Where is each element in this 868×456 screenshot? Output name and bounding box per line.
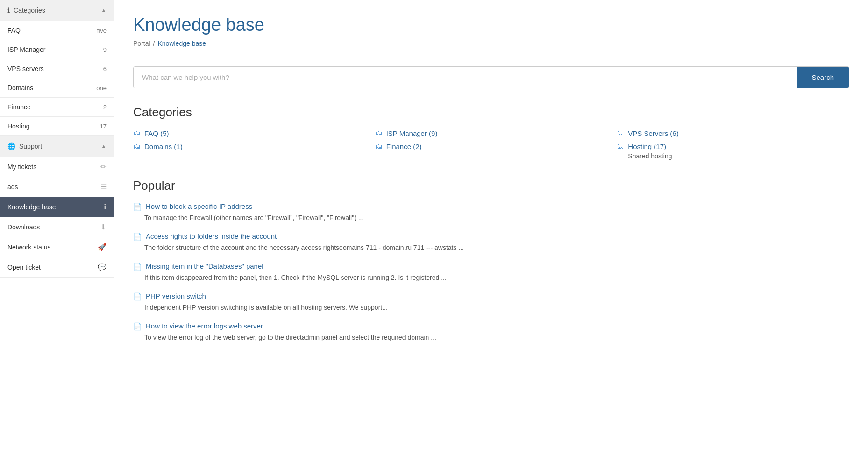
network-status-label: Network status — [7, 243, 51, 251]
sidebar-isp-label: ISP Manager — [7, 46, 45, 53]
sidebar-faq-label: FAQ — [7, 27, 21, 34]
ads-label: ads — [7, 183, 18, 191]
breadcrumb-current: Knowledge base — [157, 40, 206, 47]
article-doc-icon-4: 📄 — [133, 322, 142, 331]
sidebar-hosting-badge: 17 — [100, 123, 107, 130]
article-title-access-rights: Access rights to folders inside the acco… — [146, 232, 277, 240]
sidebar-item-ads[interactable]: ads ☰ — [0, 177, 114, 197]
article-link-php-version[interactable]: 📄 PHP version switch — [133, 292, 849, 301]
breadcrumb-portal[interactable]: Portal — [133, 40, 150, 47]
category-vps-label: VPS Servers (6) — [628, 129, 678, 137]
article-doc-icon-3: 📄 — [133, 292, 142, 301]
sidebar-domains-label: Domains — [7, 84, 33, 92]
categories-heading: Categories — [133, 105, 849, 120]
article-excerpt-error-logs: To view the error log of the web server,… — [133, 333, 849, 342]
article-link-error-logs[interactable]: 📄 How to view the error logs web server — [133, 322, 849, 331]
sidebar-item-downloads[interactable]: Downloads ⬇ — [0, 217, 114, 237]
sidebar-finance-badge: 2 — [103, 104, 107, 111]
comment-icon: 💬 — [98, 263, 107, 271]
info-icon: ℹ — [7, 7, 10, 14]
support-section: 🌐 Support ▲ My tickets ✏ ads ☰ Knowl — [0, 136, 114, 278]
sidebar-isp-badge: 9 — [103, 46, 107, 53]
categories-section: ℹ Categories ▲ FAQ five ISP Manager 9 — [0, 0, 114, 136]
list-icon: ☰ — [100, 183, 107, 191]
open-ticket-label: Open ticket — [7, 264, 41, 271]
folder-icon-finance: 🗂 — [375, 142, 383, 150]
search-bar: Search — [133, 66, 849, 88]
sidebar-item-domains[interactable]: Domains one — [0, 78, 114, 98]
sidebar-item-open-ticket[interactable]: Open ticket 💬 — [0, 257, 114, 278]
categories-grid: 🗂 FAQ (5) 🗂 Domains (1) 🗂 ISP Manager (9… — [133, 129, 849, 160]
support-section-header[interactable]: 🌐 Support ▲ — [0, 136, 114, 157]
category-isp-label: ISP Manager (9) — [386, 129, 438, 137]
article-doc-icon-1: 📄 — [133, 233, 142, 241]
sidebar-finance-label: Finance — [7, 103, 31, 111]
category-hosting-link[interactable]: 🗂 Hosting (17) — [617, 142, 849, 150]
article-excerpt-access-rights: The folder structure of the account and … — [133, 243, 849, 253]
article-excerpt-missing-databases: If this item disappeared from the panel,… — [133, 273, 849, 283]
sidebar-item-isp-manager[interactable]: ISP Manager 9 — [0, 40, 114, 59]
categories-col-2: 🗂 ISP Manager (9) 🗂 Finance (2) — [375, 129, 608, 160]
article-error-logs: 📄 How to view the error logs web server … — [133, 322, 849, 342]
sidebar-item-vps-servers[interactable]: VPS servers 6 — [0, 59, 114, 78]
support-title-wrap: 🌐 Support — [7, 142, 42, 150]
sidebar-item-knowledge-base[interactable]: Knowledge base ℹ — [0, 197, 114, 217]
popular-heading: Popular — [133, 178, 849, 193]
download-icon: ⬇ — [100, 223, 107, 231]
sidebar-item-hosting[interactable]: Hosting 17 — [0, 117, 114, 136]
breadcrumb: Portal / Knowledge base — [133, 40, 849, 55]
article-link-access-rights[interactable]: 📄 Access rights to folders inside the ac… — [133, 232, 849, 241]
breadcrumb-separator: / — [153, 40, 155, 47]
article-title-error-logs: How to view the error logs web server — [146, 322, 263, 330]
article-title-block-ip: How to block a specific IP address — [146, 202, 252, 210]
categories-title-wrap: ℹ Categories — [7, 7, 45, 14]
article-access-rights: 📄 Access rights to folders inside the ac… — [133, 232, 849, 253]
category-hosting-label: Hosting (17) — [628, 142, 666, 150]
category-vps-link[interactable]: 🗂 VPS Servers (6) — [617, 129, 849, 137]
articles-list: 📄 How to block a specific IP address To … — [133, 202, 849, 342]
page-title: Knowledge base — [133, 15, 849, 35]
sidebar-domains-badge: one — [96, 85, 107, 92]
categories-section-header[interactable]: ℹ Categories ▲ — [0, 0, 114, 21]
folder-icon-faq: 🗂 — [133, 129, 141, 137]
article-excerpt-php-version: Independent PHP version switching is ava… — [133, 303, 849, 313]
sidebar-item-network-status[interactable]: Network status 🚀 — [0, 237, 114, 257]
categories-section-label: Categories — [14, 7, 45, 14]
category-finance-label: Finance (2) — [386, 142, 422, 150]
search-button[interactable]: Search — [797, 67, 849, 88]
globe-icon: 🌐 — [7, 142, 15, 150]
folder-icon-hosting: 🗂 — [617, 142, 624, 150]
article-block-ip: 📄 How to block a specific IP address To … — [133, 202, 849, 223]
sidebar-item-faq[interactable]: FAQ five — [0, 21, 114, 40]
category-isp-link[interactable]: 🗂 ISP Manager (9) — [375, 129, 608, 137]
article-link-block-ip[interactable]: 📄 How to block a specific IP address — [133, 202, 849, 211]
info-circle-icon: ℹ — [104, 203, 107, 211]
article-doc-icon-2: 📄 — [133, 263, 142, 271]
chevron-up-icon: ▲ — [101, 7, 107, 14]
article-php-version: 📄 PHP version switch Independent PHP ver… — [133, 292, 849, 313]
article-doc-icon-0: 📄 — [133, 203, 142, 211]
article-excerpt-block-ip: To manage the Firewall (other names are … — [133, 213, 849, 223]
categories-col-3: 🗂 VPS Servers (6) 🗂 Hosting (17) Shared … — [617, 129, 849, 160]
my-tickets-label: My tickets — [7, 163, 36, 171]
category-domains-label: Domains (1) — [144, 142, 183, 150]
rocket-icon: 🚀 — [98, 243, 107, 251]
category-domains-link[interactable]: 🗂 Domains (1) — [133, 142, 366, 150]
search-input[interactable] — [134, 67, 797, 88]
category-finance-link[interactable]: 🗂 Finance (2) — [375, 142, 608, 150]
main-content: Knowledge base Portal / Knowledge base S… — [114, 0, 868, 456]
categories-col-1: 🗂 FAQ (5) 🗂 Domains (1) — [133, 129, 366, 160]
layout: ℹ Categories ▲ FAQ five ISP Manager 9 — [0, 0, 868, 456]
sidebar-item-finance[interactable]: Finance 2 — [0, 98, 114, 117]
article-missing-databases: 📄 Missing item in the "Databases" panel … — [133, 262, 849, 283]
article-link-missing-databases[interactable]: 📄 Missing item in the "Databases" panel — [133, 262, 849, 271]
support-items: My tickets ✏ ads ☰ Knowledge base ℹ Down… — [0, 157, 114, 278]
folder-icon-vps: 🗂 — [617, 129, 624, 137]
downloads-label: Downloads — [7, 223, 40, 231]
sidebar-hosting-label: Hosting — [7, 122, 29, 130]
category-faq-link[interactable]: 🗂 FAQ (5) — [133, 129, 366, 137]
folder-icon-domains: 🗂 — [133, 142, 141, 150]
sidebar-faq-badge: five — [97, 27, 107, 34]
sidebar-item-my-tickets[interactable]: My tickets ✏ — [0, 157, 114, 177]
sidebar-vps-label: VPS servers — [7, 65, 44, 72]
